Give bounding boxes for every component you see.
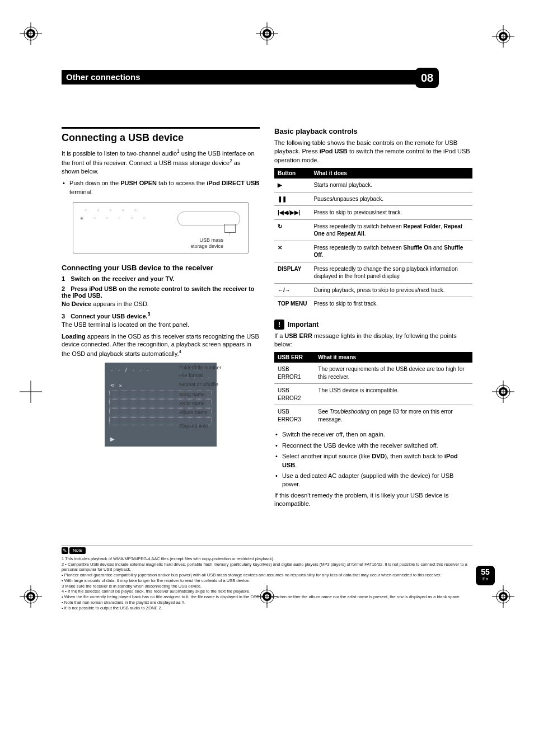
crop-mark-icon xyxy=(256,22,278,45)
crop-mark-icon xyxy=(20,585,42,608)
crop-mark-icon xyxy=(492,25,514,48)
step-3: 3Connect your USB device.3 xyxy=(62,312,260,320)
section-title: Connecting a USB device xyxy=(62,132,260,144)
osd-label: Album name xyxy=(179,410,208,415)
bullet-item: Switch the receiver off, then on again. xyxy=(274,430,472,439)
bullet-item: Use a dedicated AC adapter (supplied wit… xyxy=(274,472,472,489)
osd-label: Folder/File number xyxy=(179,365,222,370)
page-number: 55 En xyxy=(476,566,495,585)
osd-label: Repeat or Shuffle xyxy=(179,382,218,387)
controls-table: ButtonWhat it does ▶Starts normal playba… xyxy=(274,168,472,311)
crop-mark-icon xyxy=(492,381,514,403)
intro-paragraph: It is possible to listen to two-channel … xyxy=(62,148,260,176)
chapter-number: 08 xyxy=(415,68,439,88)
bullet-item: Push down on the PUSH OPEN tab to access… xyxy=(62,179,260,196)
step-2-sub: No Device appears in the OSD. xyxy=(62,300,260,308)
error-table: USB ERRWhat it means USB ERROR1The power… xyxy=(274,352,472,426)
bullet-item: Select another input source (like DVD), … xyxy=(274,452,472,469)
header-title: Other connections xyxy=(62,70,421,84)
osd-label: File format xyxy=(179,373,203,378)
note-icon: ✎ xyxy=(62,547,68,554)
bullet-item: Reconnect the USB device with the receiv… xyxy=(274,442,472,450)
osd-label: Song name xyxy=(179,392,205,397)
subsection-title: Basic playback controls xyxy=(274,127,472,135)
intro-paragraph: The following table shows the basic cont… xyxy=(274,139,472,165)
closing-paragraph: If this doesn't remedy the problem, it i… xyxy=(274,491,472,509)
crop-mark-icon xyxy=(256,585,278,608)
important-paragraph: If a USB ERR message lights in the displ… xyxy=(274,332,472,349)
step-1: 1Switch on the receiver and your TV. xyxy=(62,275,260,282)
crop-mark-icon xyxy=(492,585,514,608)
crop-mark-icon xyxy=(20,381,42,403)
step-3-p1: The USB terminal is located on the front… xyxy=(62,321,260,329)
important-icon: ! xyxy=(274,320,284,330)
device-diagram: ○ ○ ○ ○ ○ ◉ ○ ○ ○ ○ ○ ↑ USB massstorage … xyxy=(73,202,249,253)
crop-mark-icon xyxy=(20,22,42,45)
osd-label: Artist name xyxy=(179,401,205,406)
subsection-title: Connecting your USB device to the receiv… xyxy=(62,264,260,272)
important-heading: ! Important xyxy=(274,320,472,330)
section-rule xyxy=(62,127,260,129)
step-2: 2Press iPod USB on the remote control to… xyxy=(62,285,260,299)
osd-label: Elapsed time xyxy=(179,423,208,429)
step-3-p2: Loading appears in the OSD as this recei… xyxy=(62,332,260,358)
